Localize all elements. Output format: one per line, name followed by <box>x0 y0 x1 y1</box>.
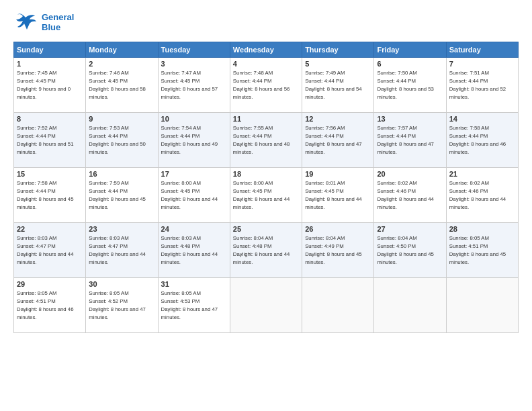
calendar-cell: 12 Sunrise: 7:56 AMSunset: 4:44 PMDaylig… <box>302 113 374 168</box>
calendar-cell: 6 Sunrise: 7:50 AMSunset: 4:44 PMDayligh… <box>374 58 446 113</box>
cell-info: Sunrise: 7:49 AMSunset: 4:44 PMDaylight:… <box>305 70 362 100</box>
calendar-cell: 27 Sunrise: 8:04 AMSunset: 4:50 PMDaylig… <box>374 223 446 278</box>
cell-info: Sunrise: 7:52 AMSunset: 4:44 PMDaylight:… <box>17 125 74 155</box>
cell-info: Sunrise: 8:03 AMSunset: 4:47 PMDaylight:… <box>89 235 146 265</box>
day-number: 6 <box>377 60 443 68</box>
calendar-cell: 21 Sunrise: 8:02 AMSunset: 4:46 PMDaylig… <box>446 168 518 223</box>
calendar-cell: 5 Sunrise: 7:49 AMSunset: 4:44 PMDayligh… <box>302 58 374 113</box>
day-header-thursday: Thursday <box>302 42 374 58</box>
cell-info: Sunrise: 7:56 AMSunset: 4:44 PMDaylight:… <box>305 125 362 155</box>
calendar-cell <box>302 278 374 333</box>
day-number: 22 <box>17 225 83 233</box>
cell-info: Sunrise: 7:47 AMSunset: 4:45 PMDaylight:… <box>161 70 218 100</box>
cell-info: Sunrise: 8:04 AMSunset: 4:50 PMDaylight:… <box>377 235 434 265</box>
cell-info: Sunrise: 8:05 AMSunset: 4:52 PMDaylight:… <box>89 290 146 320</box>
cell-info: Sunrise: 8:00 AMSunset: 4:45 PMDaylight:… <box>233 180 290 210</box>
calendar-week-4: 22 Sunrise: 8:03 AMSunset: 4:47 PMDaylig… <box>14 223 519 278</box>
calendar-cell: 15 Sunrise: 7:58 AMSunset: 4:44 PMDaylig… <box>14 168 86 223</box>
day-number: 12 <box>305 115 371 123</box>
day-number: 26 <box>305 225 371 233</box>
logo-general: General <box>42 13 74 23</box>
cell-info: Sunrise: 7:54 AMSunset: 4:44 PMDaylight:… <box>161 125 218 155</box>
cell-info: Sunrise: 8:02 AMSunset: 4:46 PMDaylight:… <box>449 180 506 210</box>
calendar-cell: 31 Sunrise: 8:05 AMSunset: 4:53 PMDaylig… <box>158 278 230 333</box>
day-number: 13 <box>377 115 443 123</box>
calendar-week-3: 15 Sunrise: 7:58 AMSunset: 4:44 PMDaylig… <box>14 168 519 223</box>
calendar-cell: 26 Sunrise: 8:04 AMSunset: 4:49 PMDaylig… <box>302 223 374 278</box>
day-number: 8 <box>17 115 83 123</box>
day-number: 30 <box>89 280 154 288</box>
day-number: 28 <box>449 225 515 233</box>
day-number: 24 <box>161 225 227 233</box>
day-number: 16 <box>89 170 154 178</box>
day-number: 15 <box>17 170 83 178</box>
day-number: 9 <box>89 115 154 123</box>
calendar-cell: 13 Sunrise: 7:57 AMSunset: 4:44 PMDaylig… <box>374 113 446 168</box>
cell-info: Sunrise: 7:48 AMSunset: 4:44 PMDaylight:… <box>233 70 290 100</box>
day-number: 11 <box>233 115 299 123</box>
calendar-cell: 23 Sunrise: 8:03 AMSunset: 4:47 PMDaylig… <box>86 223 158 278</box>
cell-info: Sunrise: 7:58 AMSunset: 4:44 PMDaylight:… <box>449 125 506 155</box>
calendar-cell: 7 Sunrise: 7:51 AMSunset: 4:44 PMDayligh… <box>446 58 518 113</box>
day-number: 2 <box>89 60 154 68</box>
cell-info: Sunrise: 8:02 AMSunset: 4:46 PMDaylight:… <box>377 180 434 210</box>
calendar-cell <box>374 278 446 333</box>
calendar-cell: 29 Sunrise: 8:05 AMSunset: 4:51 PMDaylig… <box>14 278 86 333</box>
calendar-cell: 16 Sunrise: 7:59 AMSunset: 4:44 PMDaylig… <box>86 168 158 223</box>
calendar-week-2: 8 Sunrise: 7:52 AMSunset: 4:44 PMDayligh… <box>14 113 519 168</box>
cell-info: Sunrise: 7:45 AMSunset: 4:45 PMDaylight:… <box>17 70 71 100</box>
day-number: 1 <box>17 60 83 68</box>
day-number: 7 <box>449 60 515 68</box>
day-number: 21 <box>449 170 515 178</box>
day-number: 3 <box>161 60 227 68</box>
day-number: 27 <box>377 225 443 233</box>
calendar-week-1: 1 Sunrise: 7:45 AMSunset: 4:45 PMDayligh… <box>14 58 519 113</box>
calendar-cell <box>230 278 302 333</box>
calendar-header-row: SundayMondayTuesdayWednesdayThursdayFrid… <box>14 42 519 58</box>
calendar-cell: 18 Sunrise: 8:00 AMSunset: 4:45 PMDaylig… <box>230 168 302 223</box>
logo: General Blue <box>13 11 74 35</box>
cell-info: Sunrise: 8:05 AMSunset: 4:51 PMDaylight:… <box>449 235 506 265</box>
cell-info: Sunrise: 8:00 AMSunset: 4:45 PMDaylight:… <box>161 180 218 210</box>
calendar-cell: 17 Sunrise: 8:00 AMSunset: 4:45 PMDaylig… <box>158 168 230 223</box>
cell-info: Sunrise: 7:50 AMSunset: 4:44 PMDaylight:… <box>377 70 434 100</box>
cell-info: Sunrise: 8:03 AMSunset: 4:48 PMDaylight:… <box>161 235 218 265</box>
calendar-cell: 28 Sunrise: 8:05 AMSunset: 4:51 PMDaylig… <box>446 223 518 278</box>
day-header-monday: Monday <box>86 42 158 58</box>
day-number: 17 <box>161 170 227 178</box>
calendar-cell: 20 Sunrise: 8:02 AMSunset: 4:46 PMDaylig… <box>374 168 446 223</box>
day-header-tuesday: Tuesday <box>158 42 230 58</box>
cell-info: Sunrise: 8:05 AMSunset: 4:53 PMDaylight:… <box>161 290 218 320</box>
day-number: 18 <box>233 170 299 178</box>
header: General Blue <box>13 11 519 35</box>
cell-info: Sunrise: 8:01 AMSunset: 4:45 PMDaylight:… <box>305 180 362 210</box>
calendar-cell: 8 Sunrise: 7:52 AMSunset: 4:44 PMDayligh… <box>14 113 86 168</box>
day-number: 29 <box>17 280 83 288</box>
day-number: 4 <box>233 60 299 68</box>
cell-info: Sunrise: 8:05 AMSunset: 4:51 PMDaylight:… <box>17 290 74 320</box>
calendar-week-5: 29 Sunrise: 8:05 AMSunset: 4:51 PMDaylig… <box>14 278 519 333</box>
calendar-cell: 30 Sunrise: 8:05 AMSunset: 4:52 PMDaylig… <box>86 278 158 333</box>
calendar-cell: 2 Sunrise: 7:46 AMSunset: 4:45 PMDayligh… <box>86 58 158 113</box>
calendar-cell: 10 Sunrise: 7:54 AMSunset: 4:44 PMDaylig… <box>158 113 230 168</box>
day-number: 10 <box>161 115 227 123</box>
day-number: 31 <box>161 280 227 288</box>
cell-info: Sunrise: 7:46 AMSunset: 4:45 PMDaylight:… <box>89 70 146 100</box>
calendar-cell: 24 Sunrise: 8:03 AMSunset: 4:48 PMDaylig… <box>158 223 230 278</box>
day-number: 5 <box>305 60 371 68</box>
calendar-cell: 14 Sunrise: 7:58 AMSunset: 4:44 PMDaylig… <box>446 113 518 168</box>
calendar-cell: 9 Sunrise: 7:53 AMSunset: 4:44 PMDayligh… <box>86 113 158 168</box>
calendar-cell: 19 Sunrise: 8:01 AMSunset: 4:45 PMDaylig… <box>302 168 374 223</box>
cell-info: Sunrise: 8:04 AMSunset: 4:48 PMDaylight:… <box>233 235 290 265</box>
cell-info: Sunrise: 7:59 AMSunset: 4:44 PMDaylight:… <box>89 180 146 210</box>
cell-info: Sunrise: 7:57 AMSunset: 4:44 PMDaylight:… <box>377 125 434 155</box>
calendar-cell: 3 Sunrise: 7:47 AMSunset: 4:45 PMDayligh… <box>158 58 230 113</box>
calendar-cell: 11 Sunrise: 7:55 AMSunset: 4:44 PMDaylig… <box>230 113 302 168</box>
day-number: 14 <box>449 115 515 123</box>
day-header-wednesday: Wednesday <box>230 42 302 58</box>
cell-info: Sunrise: 8:04 AMSunset: 4:49 PMDaylight:… <box>305 235 362 265</box>
calendar-cell: 25 Sunrise: 8:04 AMSunset: 4:48 PMDaylig… <box>230 223 302 278</box>
day-number: 23 <box>89 225 154 233</box>
calendar-cell: 1 Sunrise: 7:45 AMSunset: 4:45 PMDayligh… <box>14 58 86 113</box>
logo-blue: Blue <box>42 23 74 33</box>
